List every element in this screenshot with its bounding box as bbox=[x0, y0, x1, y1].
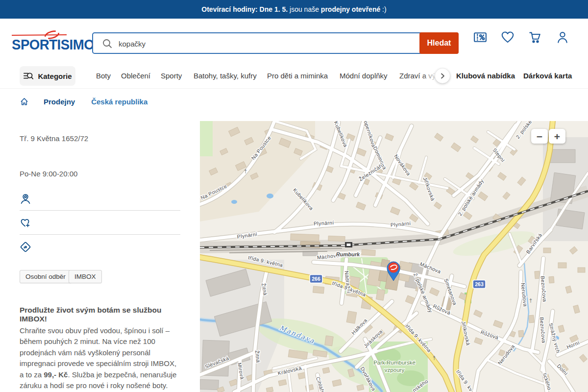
categories-menu-icon bbox=[23, 71, 34, 81]
store-map[interactable]: †††Na PoustceNa PoustceKubelíkovaKubelík… bbox=[200, 121, 588, 392]
cart-icon[interactable] bbox=[528, 30, 542, 45]
nav-item-pro-deti[interactable]: Pro děti a miminka bbox=[267, 72, 328, 80]
map-building bbox=[451, 143, 461, 152]
nav-scroll-right-button[interactable] bbox=[435, 69, 450, 83]
banner-text-2: :) bbox=[380, 5, 386, 13]
map-building bbox=[346, 311, 357, 324]
map-building bbox=[579, 354, 587, 362]
search-button[interactable]: Hledat bbox=[419, 32, 459, 54]
promo-banner: Otevírací hodiny: Dne 1. 5. jsou naše pr… bbox=[0, 0, 588, 19]
nav-item-darkova-karta[interactable]: Dárková karta bbox=[523, 72, 572, 80]
panel-divider bbox=[20, 210, 180, 211]
directions-icon[interactable] bbox=[20, 241, 31, 253]
map-building bbox=[578, 268, 585, 272]
map-building bbox=[322, 368, 330, 373]
map-building bbox=[332, 379, 342, 386]
map-building bbox=[517, 177, 526, 186]
store-detail-panel: Tř. 9 Května 1652/72 Po-Ne 9:00-20:00 Os… bbox=[20, 134, 182, 392]
tag-osobni-odber[interactable]: Osobní odběr bbox=[20, 270, 72, 283]
nav-item-obleceni[interactable]: Oblečení bbox=[121, 72, 150, 80]
search-icon bbox=[102, 38, 113, 49]
nav-item-zdravi[interactable]: Zdraví a výživa bbox=[399, 72, 435, 80]
imbox-description: Chraňte svou obuv před vodou, špínou i s… bbox=[20, 325, 182, 391]
map-building bbox=[376, 289, 385, 300]
map-building bbox=[266, 387, 273, 392]
home-icon[interactable] bbox=[20, 97, 29, 106]
chevron-right-icon bbox=[440, 73, 445, 79]
map-building bbox=[200, 379, 219, 390]
map-building bbox=[474, 310, 483, 317]
map-zoom-controls: − + bbox=[531, 129, 565, 144]
map-building bbox=[569, 246, 577, 254]
nav-item-boty[interactable]: Boty bbox=[96, 72, 111, 80]
map-street-label: Nerudova bbox=[520, 283, 528, 307]
map-building bbox=[565, 286, 572, 293]
map-building bbox=[313, 286, 324, 294]
map-building bbox=[391, 207, 400, 215]
map-building bbox=[529, 315, 534, 323]
map-building bbox=[434, 202, 442, 209]
map-building bbox=[535, 271, 540, 279]
map-building bbox=[549, 276, 554, 283]
map-church-cross: † bbox=[529, 297, 532, 303]
panel-divider bbox=[20, 234, 180, 235]
breadcrumb: Prodejny Česká republika bbox=[20, 96, 147, 107]
store-location-icon[interactable] bbox=[20, 193, 31, 205]
site-header: SPORTISIMO Hledat bbox=[0, 19, 588, 64]
svg-text:266: 266 bbox=[312, 276, 320, 282]
map-building bbox=[474, 338, 483, 345]
banner-text-1: jsou naše bbox=[288, 5, 321, 13]
logo-swoosh-icon bbox=[12, 28, 80, 53]
map-building bbox=[471, 136, 479, 143]
favorite-store-heart-plus-icon[interactable] bbox=[20, 217, 31, 229]
wishlist-heart-icon[interactable] bbox=[500, 30, 515, 45]
map-building bbox=[291, 234, 319, 241]
nav-item-sporty[interactable]: Sporty bbox=[161, 72, 182, 80]
map-building bbox=[573, 305, 580, 313]
nav-item-batohy[interactable]: Batohy, tašky, kufry bbox=[194, 72, 257, 80]
imbox-price: 99,- Kč bbox=[44, 370, 68, 379]
breadcrumb-ceska-republika[interactable]: Česká republika bbox=[91, 98, 147, 106]
map-building bbox=[325, 336, 333, 346]
map-building bbox=[497, 172, 506, 181]
map-building bbox=[278, 380, 287, 386]
map-church-cross: † bbox=[433, 355, 436, 361]
map-building bbox=[503, 192, 510, 200]
map-street-label: Koperníkova bbox=[362, 121, 377, 148]
breadcrumb-prodejny[interactable]: Prodejny bbox=[44, 98, 75, 106]
map-building bbox=[549, 149, 575, 163]
map-street-label: Jiříkovská bbox=[422, 176, 436, 202]
map-church-cross: † bbox=[244, 168, 247, 174]
map-building bbox=[429, 288, 439, 296]
store-address: Tř. 9 Května 1652/72 bbox=[20, 134, 88, 143]
categories-button-label: Kategorie bbox=[38, 72, 72, 80]
voucher-icon[interactable] bbox=[473, 30, 488, 45]
banner-bold-2: prodejny otevřené bbox=[321, 5, 380, 13]
map-building bbox=[558, 325, 564, 332]
map-building bbox=[385, 134, 394, 141]
map-building bbox=[362, 249, 376, 255]
nav-item-klubova-nabidka[interactable]: Klubová nabídka bbox=[456, 72, 515, 80]
map-station-label: Rumburk bbox=[336, 251, 360, 257]
banner-bold-1: Otevírací hodiny: Dne 1. 5. bbox=[201, 5, 288, 13]
map-street-label: Plynární bbox=[237, 231, 258, 240]
sportisimo-logo[interactable]: SPORTISIMO bbox=[12, 28, 80, 53]
categories-button[interactable]: Kategorie bbox=[20, 66, 75, 86]
map-street-label: Plynární bbox=[314, 220, 334, 226]
map-zoom-in-button[interactable]: + bbox=[549, 129, 565, 144]
map-building bbox=[357, 385, 364, 391]
map-building bbox=[558, 263, 566, 268]
map-zoom-out-button[interactable]: − bbox=[531, 129, 548, 144]
map-building bbox=[493, 320, 503, 328]
map-park-label: vzpoury bbox=[385, 367, 405, 373]
tag-imbox[interactable]: IMBOX bbox=[69, 270, 102, 283]
map-building bbox=[543, 248, 551, 253]
nav-item-modni-doplnky[interactable]: Módní doplňky bbox=[340, 72, 388, 80]
search-input[interactable] bbox=[118, 33, 414, 54]
map-building bbox=[518, 330, 524, 337]
map-building bbox=[478, 192, 488, 201]
map-building bbox=[356, 202, 366, 210]
map-park-label: Park Rumburské bbox=[373, 360, 416, 366]
account-user-icon[interactable] bbox=[555, 30, 570, 45]
main-navigation: Kategorie Boty Oblečení Sporty Batohy, t… bbox=[0, 64, 588, 89]
